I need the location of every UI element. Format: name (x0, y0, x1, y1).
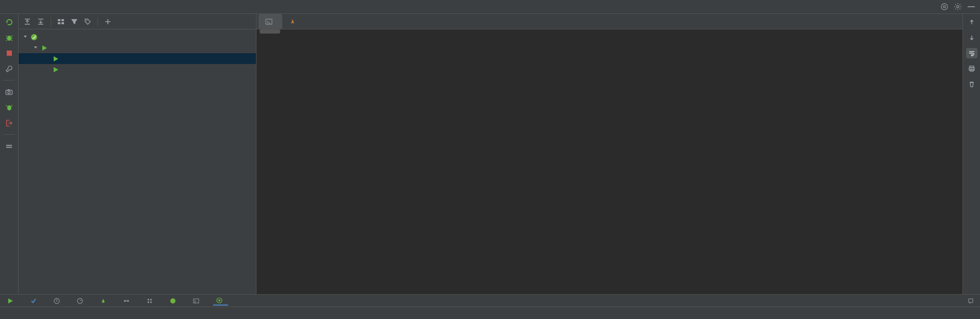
console-tabs (256, 14, 962, 29)
svg-rect-13 (61, 19, 64, 21)
svg-rect-34 (969, 299, 973, 302)
target-icon[interactable] (939, 1, 950, 12)
tree-app-customer[interactable] (19, 53, 256, 64)
gear-icon[interactable] (952, 1, 963, 12)
svg-point-24 (124, 300, 126, 302)
tree-root-springboot[interactable] (19, 31, 256, 42)
svg-rect-10 (6, 145, 12, 146)
tab-actuator[interactable] (282, 14, 306, 29)
svg-rect-26 (148, 299, 149, 300)
left-gutter (0, 14, 19, 294)
tw-build[interactable] (97, 297, 112, 305)
wrench-icon[interactable] (4, 63, 15, 74)
group-icon[interactable] (55, 16, 67, 27)
svg-point-4 (7, 36, 11, 41)
svg-rect-8 (8, 89, 10, 90)
svg-rect-14 (58, 22, 60, 24)
tw-endpoints[interactable] (120, 297, 135, 305)
run-icon (40, 44, 49, 52)
svg-point-2 (957, 6, 959, 8)
tw-terminal[interactable] (190, 297, 205, 305)
collapse-all-icon[interactable] (35, 16, 46, 27)
services-panel (19, 14, 256, 294)
hide-icon[interactable] (966, 1, 977, 12)
horizontal-scrollbar[interactable] (256, 29, 962, 35)
print-icon[interactable] (966, 63, 977, 74)
add-icon[interactable] (102, 16, 114, 27)
rerun-icon[interactable] (4, 17, 15, 27)
tw-problems[interactable] (51, 297, 66, 305)
svg-point-9 (7, 105, 11, 110)
tw-todo[interactable] (27, 297, 42, 305)
scroll-down-icon[interactable] (966, 33, 977, 43)
svg-point-0 (941, 4, 947, 10)
trash-icon[interactable] (966, 79, 977, 89)
svg-rect-3 (968, 6, 975, 7)
tw-services[interactable] (213, 296, 228, 306)
run-icon (52, 55, 60, 63)
log-pane[interactable] (256, 29, 962, 294)
exit-icon[interactable] (4, 118, 15, 128)
spring-icon (30, 33, 38, 41)
svg-rect-28 (148, 301, 149, 303)
tree-running[interactable] (19, 42, 256, 53)
tree-app-service-provider[interactable] (19, 64, 256, 75)
soft-wrap-icon[interactable] (966, 48, 977, 58)
svg-point-32 (218, 299, 220, 301)
tw-dependencies[interactable] (143, 297, 158, 305)
run-icon (52, 66, 60, 74)
main-area (0, 14, 980, 294)
svg-rect-15 (61, 22, 64, 24)
filter-icon[interactable] (69, 16, 80, 27)
tab-console[interactable] (259, 14, 282, 29)
svg-point-7 (8, 91, 10, 93)
tw-profiler[interactable] (74, 297, 89, 305)
debug-rerun-icon[interactable] (4, 33, 15, 43)
status-bar (0, 307, 980, 319)
svg-rect-31 (194, 299, 199, 303)
tw-event-log[interactable] (968, 298, 976, 304)
tw-spring[interactable] (167, 297, 182, 305)
svg-point-25 (127, 300, 129, 302)
svg-rect-5 (7, 51, 12, 56)
services-tree[interactable] (19, 29, 256, 294)
camera-icon[interactable] (4, 87, 15, 97)
svg-rect-29 (150, 301, 152, 303)
tag-icon[interactable] (82, 16, 93, 27)
debug-icon[interactable] (4, 102, 15, 113)
console-area (256, 14, 980, 294)
services-header (0, 0, 980, 14)
toolwindow-bar (0, 294, 980, 307)
layout-icon[interactable] (4, 141, 15, 151)
svg-rect-11 (6, 147, 12, 148)
svg-point-16 (86, 20, 87, 21)
svg-point-1 (943, 6, 945, 8)
svg-rect-27 (150, 299, 152, 300)
right-gutter (962, 14, 980, 294)
services-toolbar (19, 14, 256, 29)
expand-all-icon[interactable] (22, 16, 33, 27)
svg-rect-12 (58, 19, 60, 21)
stop-icon[interactable] (4, 48, 15, 58)
svg-point-17 (31, 34, 37, 40)
scroll-up-icon[interactable] (966, 17, 977, 27)
tw-run[interactable] (4, 297, 19, 305)
svg-point-30 (170, 298, 175, 304)
